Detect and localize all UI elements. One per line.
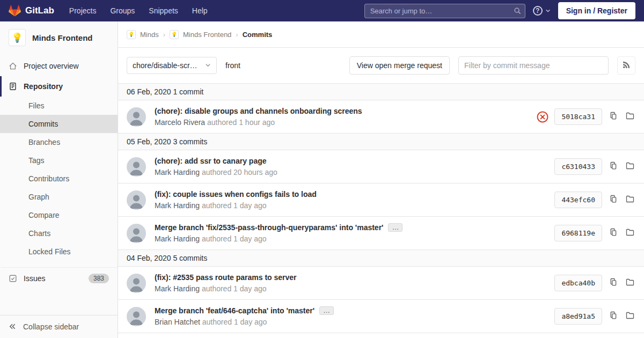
sidebar-item-tags[interactable]: Tags bbox=[0, 151, 118, 170]
issues-count-badge: 383 bbox=[89, 274, 109, 283]
home-icon bbox=[9, 62, 17, 70]
copy-sha-button[interactable] bbox=[608, 111, 619, 123]
sidebar-item-files[interactable]: Files bbox=[0, 97, 118, 115]
sidebar-item-compare[interactable]: Compare bbox=[0, 206, 118, 224]
user-avatar[interactable] bbox=[127, 274, 146, 293]
commit-sha-link[interactable]: c6310433 bbox=[554, 158, 602, 175]
browse-files-button[interactable] bbox=[625, 227, 635, 239]
commit-author-link[interactable]: Marcelo Rivera bbox=[155, 118, 205, 127]
commit-meta: Brian Hatchet authored 1 day ago bbox=[155, 318, 546, 326]
view-merge-request-button[interactable]: View open merge request bbox=[349, 56, 450, 75]
commit-sha-link[interactable]: edbca40b bbox=[554, 275, 602, 291]
commit-title-link[interactable]: Merge branch 'fix/2535-pass-through-quer… bbox=[155, 223, 383, 232]
project-header-link[interactable]: 💡 Minds Frontend bbox=[0, 21, 118, 53]
user-avatar[interactable] bbox=[127, 190, 146, 210]
sidebar-item-project-overview[interactable]: Project overview bbox=[0, 56, 118, 76]
commit-title-link[interactable]: (fix): #2535 pass route params to server bbox=[155, 273, 297, 282]
clipboard-copy-icon bbox=[609, 228, 618, 238]
sidebar-item-label: Repository bbox=[24, 82, 63, 91]
gitlab-home-link[interactable]: GitLab bbox=[9, 5, 54, 17]
expand-commit-message-button[interactable]: … bbox=[388, 223, 402, 232]
breadcrumb-link-minds[interactable]: Minds bbox=[140, 31, 159, 39]
commit-author-link[interactable]: Brian Hatchet bbox=[155, 318, 200, 326]
sidebar-item-repository[interactable]: Repository bbox=[0, 76, 118, 97]
help-menu[interactable]: ? bbox=[533, 6, 551, 16]
browse-files-button[interactable] bbox=[625, 310, 635, 322]
sidebar-item-branches[interactable]: Branches bbox=[0, 133, 118, 151]
top-navbar: GitLab ProjectsGroupsSnippetsHelp ? Sign… bbox=[0, 0, 644, 21]
commit-author-link[interactable]: Mark Harding bbox=[155, 201, 200, 210]
commit-date-header: 04 Feb, 2020 5 commits bbox=[118, 250, 644, 267]
brand-text: GitLab bbox=[25, 5, 54, 16]
expand-commit-message-button[interactable]: … bbox=[319, 306, 334, 315]
sidebar-item-label: Project overview bbox=[24, 62, 79, 70]
commit-info: (fix): couple issues when configs fails … bbox=[155, 190, 546, 210]
nav-item-projects[interactable]: Projects bbox=[69, 6, 97, 15]
commit-list: 06 Feb, 2020 1 commit(chore): disable gr… bbox=[118, 83, 644, 338]
commit-author-link[interactable]: Mark Harding bbox=[155, 168, 200, 177]
rss-feed-button[interactable] bbox=[617, 56, 635, 75]
sign-in-button[interactable]: Sign in / Register bbox=[558, 2, 635, 19]
copy-sha-button[interactable] bbox=[608, 227, 619, 239]
minds-frontend-avatar: 💡 bbox=[170, 30, 179, 39]
clipboard-copy-icon bbox=[609, 195, 618, 205]
search-input[interactable] bbox=[364, 4, 525, 18]
commit-row: (fix): couple issues when configs fails … bbox=[118, 183, 644, 217]
commit-sha-link[interactable]: 6968119e bbox=[554, 225, 602, 241]
commit-sha-link[interactable]: 5018ca31 bbox=[554, 108, 602, 125]
commit-meta: Mark Harding authored 1 day ago bbox=[155, 201, 546, 210]
commit-sha-link[interactable]: 443efc60 bbox=[554, 192, 602, 208]
user-avatar[interactable] bbox=[127, 157, 146, 177]
commit-author-link[interactable]: Mark Harding bbox=[155, 234, 200, 243]
project-sidebar: 💡 Minds Frontend Project overview Reposi… bbox=[0, 21, 118, 338]
copy-sha-button[interactable] bbox=[608, 160, 619, 173]
sidebar-item-issues[interactable]: Issues 383 bbox=[0, 267, 118, 289]
clipboard-copy-icon bbox=[609, 161, 618, 172]
ci-status-failed-icon[interactable] bbox=[537, 111, 548, 123]
copy-sha-button[interactable] bbox=[608, 194, 619, 206]
nav-item-snippets[interactable]: Snippets bbox=[149, 6, 178, 15]
commit-actions: 6968119e bbox=[554, 225, 635, 241]
commit-sha-link[interactable]: a8ed91a5 bbox=[554, 308, 602, 325]
chevron-down-icon bbox=[205, 61, 211, 70]
breadcrumb-link-minds-frontend[interactable]: Minds Frontend bbox=[183, 31, 231, 39]
browse-files-button[interactable] bbox=[625, 160, 635, 173]
nav-item-groups[interactable]: Groups bbox=[110, 6, 135, 15]
breadcrumb: 💡 Minds › 💡 Minds Frontend › Commits bbox=[118, 21, 644, 48]
browse-files-button[interactable] bbox=[625, 194, 635, 206]
branch-dropdown[interactable]: chore/disable-scr… bbox=[127, 57, 217, 74]
copy-sha-button[interactable] bbox=[608, 277, 619, 289]
user-avatar[interactable] bbox=[127, 307, 146, 326]
commit-authored-time: authored 1 day ago bbox=[202, 318, 267, 326]
browse-files-button[interactable] bbox=[625, 111, 635, 123]
commit-title-link[interactable]: (fix): couple issues when configs fails … bbox=[155, 190, 317, 199]
commit-authored-time: authored 1 day ago bbox=[202, 284, 267, 293]
nav-item-help[interactable]: Help bbox=[192, 6, 208, 15]
browse-files-button[interactable] bbox=[625, 277, 635, 289]
commit-info: Merge branch 'fix/2535-pass-through-quer… bbox=[155, 223, 546, 243]
sidebar-item-graph[interactable]: Graph bbox=[0, 188, 118, 206]
commit-title-link[interactable]: (chore): disable groups and channels onb… bbox=[155, 107, 362, 115]
sidebar-item-commits[interactable]: Commits bbox=[0, 115, 118, 133]
user-avatar[interactable] bbox=[127, 107, 146, 127]
clipboard-copy-icon bbox=[609, 278, 618, 288]
sidebar-item-locked-files[interactable]: Locked Files bbox=[0, 243, 118, 261]
commit-actions: 443efc60 bbox=[554, 192, 635, 208]
breadcrumb-separator: › bbox=[236, 31, 238, 39]
collapse-sidebar-label: Collapse sidebar bbox=[23, 322, 79, 331]
commit-title-link[interactable]: (chore): add ssr to canary page bbox=[155, 157, 267, 165]
gitlab-logo-icon bbox=[9, 5, 21, 17]
collapse-sidebar-button[interactable]: Collapse sidebar bbox=[0, 315, 118, 338]
commit-info: (chore): add ssr to canary pageMark Hard… bbox=[155, 157, 546, 177]
sidebar-item-charts[interactable]: Charts bbox=[0, 224, 118, 243]
user-avatar[interactable] bbox=[127, 224, 146, 243]
commit-author-link[interactable]: Mark Harding bbox=[155, 284, 200, 293]
commit-filter-input[interactable] bbox=[458, 56, 609, 75]
rss-icon bbox=[622, 61, 631, 71]
commit-meta: Mark Harding authored 1 day ago bbox=[155, 234, 546, 243]
copy-sha-button[interactable] bbox=[608, 310, 619, 322]
nav-menu: ProjectsGroupsSnippetsHelp bbox=[69, 6, 208, 15]
folder-icon bbox=[626, 311, 634, 321]
sidebar-item-contributors[interactable]: Contributors bbox=[0, 170, 118, 188]
commit-title-link[interactable]: Merge branch 'feat/646-captcha' into 'ma… bbox=[155, 306, 314, 315]
